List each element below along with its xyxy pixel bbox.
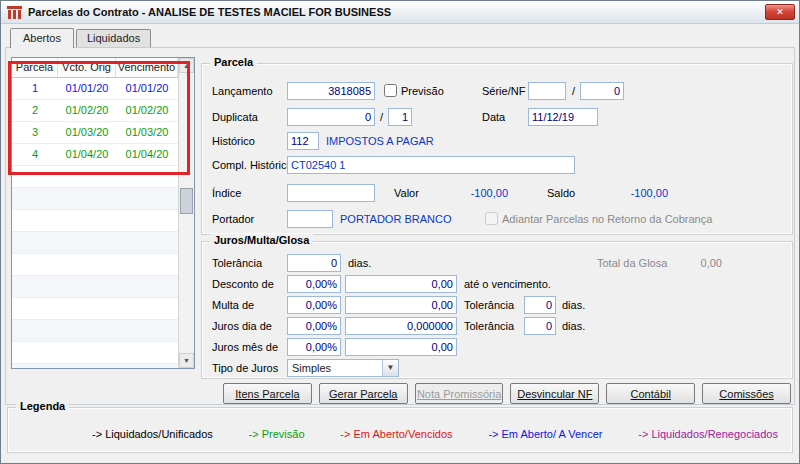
cell-vcto-orig: 01/03/20 (58, 122, 116, 143)
compl-historico-label: Compl. Histórico (212, 156, 293, 174)
indice-label: Índice (212, 184, 241, 202)
gerar-parcela-button[interactable]: Gerar Parcela (319, 383, 408, 404)
compl-historico-input[interactable] (287, 156, 575, 174)
juros-dia-valor-input[interactable] (345, 317, 457, 335)
parcela-group: Parcela Lançamento Previsão Série/NF / D… (201, 63, 793, 235)
portador-descricao: PORTADOR BRANCO (340, 210, 451, 228)
comissoes-button[interactable]: Comissões (702, 383, 791, 404)
app-icon (7, 5, 22, 19)
cell-vcto-orig: 01/04/20 (58, 144, 116, 165)
previsao-checkbox[interactable] (384, 84, 397, 97)
portador-input[interactable] (287, 210, 333, 228)
column-header-vcto-orig[interactable]: Vcto. Orig (58, 58, 116, 77)
group-title: Juros/Multa/Glosa (210, 234, 313, 246)
multa-label: Multa de (212, 296, 254, 314)
button-label: Contábil (631, 388, 671, 400)
button-bar: Itens Parcela Gerar Parcela Nota Promiss… (223, 383, 791, 404)
serie-nf-label: Série/NF (482, 82, 525, 100)
button-label: Desvincular NF (517, 388, 592, 400)
duplicata-seq-input[interactable] (388, 108, 412, 126)
legend-liquidados-renegociados: -> Liquidados/Renegociados (638, 428, 778, 440)
empty-row (12, 320, 178, 342)
duplicata-input[interactable] (287, 108, 375, 126)
desconto-suffix: até o vencimento. (464, 275, 551, 293)
desconto-valor-input[interactable] (345, 275, 457, 293)
cell-vencimento: 01/02/20 (116, 100, 178, 121)
indice-input[interactable] (287, 184, 375, 202)
tolerancia-label: Tolerância (212, 254, 262, 272)
portador-label: Portador (212, 210, 254, 228)
scroll-down-icon[interactable]: ▼ (179, 353, 194, 368)
legend-items: -> Liquidados/Unificados -> Previsão -> … (8, 428, 792, 440)
vertical-scrollbar[interactable]: ▲ ▼ (178, 58, 194, 368)
multa-suffix: dias. (562, 296, 585, 314)
lancamento-input[interactable] (287, 82, 375, 100)
tipo-juros-select[interactable]: Simples ▼ (287, 359, 399, 377)
juros-dia-tolerancia-label: Tolerância (464, 317, 514, 335)
total-glosa-value: 0,00 (652, 254, 722, 272)
multa-tolerancia-input[interactable] (524, 296, 556, 314)
tab-abertos[interactable]: Abertos (10, 28, 74, 48)
legend-title: Legenda (16, 400, 69, 412)
multa-percent-input[interactable] (287, 296, 341, 314)
previsao-label: Previsão (401, 82, 444, 100)
nota-promissoria-button: Nota Promissória (415, 383, 504, 404)
duplicata-label: Duplicata (212, 108, 258, 126)
tab-strip: Abertos Liquidados (10, 28, 153, 47)
nf-input[interactable] (580, 82, 624, 100)
legend-em-aberto-a-vencer: -> Em Aberto/ A Vencer (488, 428, 602, 440)
adiantar-checkbox (485, 212, 498, 225)
group-title: Parcela (210, 56, 257, 68)
adiantar-label: Adiantar Parcelas no Retorno da Cobrança (502, 210, 712, 228)
juros-dia-percent-input[interactable] (287, 317, 341, 335)
table-row[interactable]: 1 01/01/20 01/01/20 (12, 78, 178, 100)
cell-parcela: 4 (12, 144, 58, 165)
itens-parcela-button[interactable]: Itens Parcela (223, 383, 312, 404)
empty-row (12, 166, 178, 188)
cell-vcto-orig: 01/01/20 (58, 78, 116, 99)
tab-liquidados[interactable]: Liquidados (76, 29, 151, 47)
scrollbar-thumb[interactable] (180, 188, 193, 214)
grid-header: Parcela Vcto. Orig Vencimento (12, 58, 194, 78)
data-input[interactable] (528, 108, 598, 126)
legend-em-aberto-vencidos: -> Em Aberto/Vencidos (340, 428, 452, 440)
table-row[interactable]: 2 01/02/20 01/02/20 (12, 100, 178, 122)
multa-tolerancia-label: Tolerância (464, 296, 514, 314)
lancamento-label: Lançamento (212, 82, 273, 100)
empty-row (12, 188, 178, 210)
contabil-button[interactable]: Contábil (606, 383, 695, 404)
cell-parcela: 1 (12, 78, 58, 99)
cell-vencimento: 01/01/20 (116, 78, 178, 99)
title-bar: Parcelas do Contrato - ANALISE DE TESTES… (1, 1, 799, 24)
historico-label: Histórico (212, 132, 255, 150)
serie-nf-separator: / (572, 82, 575, 100)
juros-dia-tolerancia-input[interactable] (524, 317, 556, 335)
button-label: Gerar Parcela (329, 388, 397, 400)
serie-input[interactable] (528, 82, 566, 100)
cell-vcto-orig: 01/02/20 (58, 100, 116, 121)
button-label: Itens Parcela (235, 388, 299, 400)
historico-code-input[interactable] (287, 132, 319, 150)
multa-valor-input[interactable] (345, 296, 457, 314)
close-button[interactable]: ✕ (765, 4, 795, 20)
saldo-value: -100,00 (602, 184, 668, 202)
parcelas-grid: Parcela Vcto. Orig Vencimento 1 01/01/20… (11, 57, 195, 369)
table-row[interactable]: 4 01/04/20 01/04/20 (12, 144, 178, 166)
juros-mes-label: Juros mês de (212, 338, 278, 356)
tolerancia-input[interactable] (287, 254, 341, 272)
empty-row (12, 232, 178, 254)
juros-mes-percent-input[interactable] (287, 338, 341, 356)
empty-row (12, 364, 178, 369)
tipo-juros-label: Tipo de Juros (212, 359, 278, 377)
empty-row (12, 210, 178, 232)
desvincular-nf-button[interactable]: Desvincular NF (510, 383, 599, 404)
juros-dia-suffix: dias. (562, 317, 585, 335)
valor-label: Valor (394, 184, 419, 202)
juros-mes-valor-input[interactable] (345, 338, 457, 356)
empty-row (12, 298, 178, 320)
column-header-vencimento[interactable]: Vencimento (116, 58, 178, 77)
desconto-percent-input[interactable] (287, 275, 341, 293)
column-header-parcela[interactable]: Parcela (12, 58, 58, 77)
table-row[interactable]: 3 01/03/20 01/03/20 (12, 122, 178, 144)
scroll-up-icon[interactable]: ▲ (179, 58, 194, 73)
